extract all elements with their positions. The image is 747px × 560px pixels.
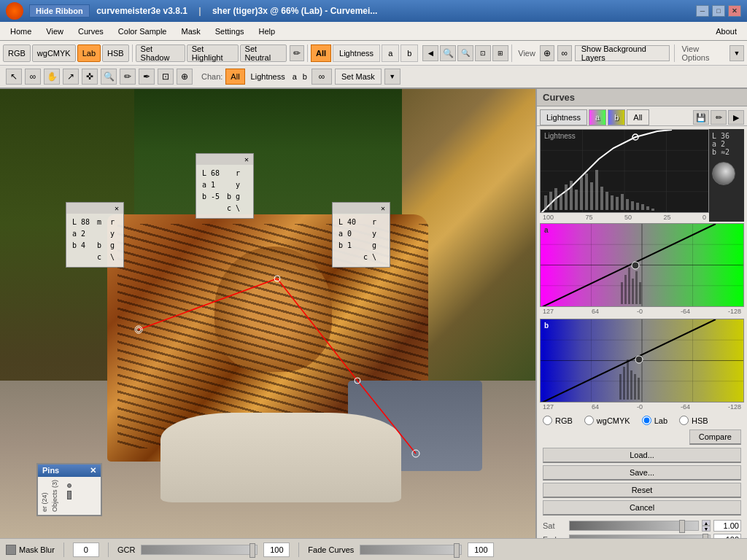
show-background-layers-btn[interactable]: Show Background Layers	[575, 45, 670, 61]
sat-up-arrow[interactable]: ▲	[702, 520, 711, 526]
channel-all-btn[interactable]: All	[311, 44, 331, 62]
radio-lab[interactable]: Lab	[642, 416, 667, 425]
svg-rect-34	[646, 206, 649, 210]
menu-color-sample[interactable]: Color Sample	[111, 25, 174, 38]
nav-left-icon[interactable]: ◄	[422, 45, 438, 61]
fade-value-input[interactable]	[713, 534, 741, 538]
tab-b[interactable]: b	[608, 109, 625, 125]
eyedropper-icon[interactable]: ✏	[290, 45, 304, 61]
svg-rect-29	[621, 194, 624, 210]
tab-lightness[interactable]: Lightness	[540, 109, 587, 125]
fade-curves-slider[interactable]	[360, 545, 462, 555]
tab-all[interactable]: All	[627, 109, 649, 125]
layers-icon[interactable]: ⊕	[540, 45, 554, 61]
toolbar-row1: RGB wgCMYK Lab HSB Set Shadow Set Highli…	[0, 41, 747, 66]
clone-icon[interactable]: ⊕	[177, 69, 193, 85]
tab-a[interactable]: a	[589, 109, 606, 125]
app-logo	[6, 2, 23, 20]
sat-slider-thumb[interactable]	[679, 520, 685, 533]
radio-rgb[interactable]: RGB	[543, 416, 573, 425]
curves-save-icon[interactable]: 💾	[693, 110, 709, 125]
gcr-slider[interactable]	[141, 545, 258, 555]
svg-rect-48	[628, 268, 630, 304]
sat-slider-track[interactable]	[569, 521, 699, 531]
view-options-icon[interactable]: ▼	[729, 45, 744, 61]
mask-icon[interactable]: ∞	[557, 45, 572, 61]
fade-curves-value-input[interactable]	[468, 542, 494, 557]
radio-wgcmyk[interactable]: wgCMYK	[584, 416, 630, 425]
set-shadow-btn[interactable]: Set Shadow	[136, 44, 185, 62]
color-mode-wgcmyk[interactable]: wgCMYK	[32, 44, 76, 62]
set-highlight-btn[interactable]: Set Highlight	[187, 44, 239, 62]
b-curve-display[interactable]: b	[540, 319, 744, 402]
color-mode-lab[interactable]: Lab	[77, 44, 101, 62]
pointer-icon[interactable]: ↖	[6, 69, 22, 85]
info-panel-1[interactable]: ✕ L88mr a2y b4bg c\	[66, 202, 124, 268]
link-icon[interactable]: ∞	[311, 69, 332, 85]
image-area[interactable]: ✕ L88mr a2y b4bg c\ ✕ L68r a1y b-5bg	[0, 89, 535, 538]
status-sep3	[298, 542, 299, 557]
pan-icon[interactable]: ✜	[82, 69, 98, 85]
zoom-fit-icon[interactable]: ⊡	[475, 45, 491, 61]
channel-b-btn[interactable]: b	[400, 44, 418, 62]
reset-button[interactable]: Reset	[543, 483, 741, 498]
menu-curves[interactable]: Curves	[71, 25, 111, 38]
set-neutral-btn[interactable]: Set Neutral	[240, 44, 287, 62]
panel2-close[interactable]: ✕	[244, 155, 249, 163]
panel2-titlebar: ✕	[196, 154, 253, 165]
info-panel-3[interactable]: ✕ L40r a0y b1g c\	[332, 202, 390, 268]
magnify-icon[interactable]: 🔍	[101, 69, 117, 85]
restore-button[interactable]: □	[712, 5, 725, 17]
curves-settings-icon[interactable]: ▶	[728, 110, 744, 125]
a-curve-display[interactable]: a	[540, 223, 744, 307]
save-button[interactable]: Save...	[543, 465, 741, 481]
hand-icon[interactable]: ✋	[44, 69, 60, 85]
fade-slider-thumb[interactable]	[703, 534, 708, 538]
menu-home[interactable]: Home	[3, 25, 39, 38]
pins-close[interactable]: ✕	[90, 466, 96, 475]
color-mode-hsb[interactable]: HSB	[102, 44, 129, 62]
cancel-button[interactable]: Cancel	[543, 500, 741, 516]
menu-help[interactable]: Help	[252, 25, 283, 38]
minimize-button[interactable]: ─	[696, 5, 709, 17]
chan-all-tool-btn[interactable]: All	[225, 69, 244, 85]
color-mode-rgb[interactable]: RGB	[3, 44, 31, 62]
pen-icon[interactable]: ✒	[139, 69, 155, 85]
info-panel-2[interactable]: ✕ L68r a1y b-5bg c\	[196, 153, 254, 219]
infinity-icon[interactable]: ∞	[25, 69, 41, 85]
gcr-value-input[interactable]	[263, 542, 290, 557]
channel-lightness-btn[interactable]: Lightness	[333, 44, 380, 62]
mask-down-icon[interactable]: ▼	[384, 69, 400, 85]
set-mask-btn[interactable]: Set Mask	[335, 69, 382, 85]
svg-rect-21	[580, 177, 583, 210]
radio-hsb[interactable]: HSB	[679, 416, 708, 425]
hide-ribbon-btn[interactable]: Hide Ribbon	[29, 4, 90, 18]
load-button[interactable]: Load...	[543, 448, 741, 463]
zero-input[interactable]	[73, 542, 99, 557]
pins-panel[interactable]: Pins ✕ er (24) Objects (3)	[36, 463, 102, 516]
sat-down-arrow[interactable]: ▼	[702, 526, 711, 532]
close-button[interactable]: ✕	[728, 5, 741, 17]
menu-settings[interactable]: Settings	[208, 25, 252, 38]
stamp-icon[interactable]: ⊡	[158, 69, 174, 85]
menu-view[interactable]: View	[39, 25, 71, 38]
panel3-close[interactable]: ✕	[381, 204, 385, 212]
zoom-in-icon[interactable]: 🔍	[440, 45, 456, 61]
menu-about[interactable]: About	[708, 25, 744, 38]
view-label: View	[518, 49, 535, 58]
fade-slider-row: Fade	[543, 534, 741, 538]
fade-curves-thumb[interactable]	[454, 543, 460, 558]
brush-icon[interactable]: ✏	[120, 69, 136, 85]
fade-slider-track[interactable]	[569, 534, 711, 538]
zoom-reset-icon[interactable]: ⊞	[492, 45, 508, 61]
panel1-close[interactable]: ✕	[115, 204, 119, 212]
gcr-thumb[interactable]	[249, 543, 255, 558]
sat-value-input[interactable]	[713, 520, 741, 532]
lightness-curve-display[interactable]: Lightness	[540, 129, 709, 213]
channel-a-btn[interactable]: a	[382, 44, 399, 62]
arrow-icon[interactable]: ↗	[63, 69, 79, 85]
zoom-out-icon[interactable]: 🔍	[457, 45, 473, 61]
compare-button[interactable]: Compare	[689, 429, 741, 445]
curves-edit-icon[interactable]: ✏	[711, 110, 727, 125]
menu-mask[interactable]: Mask	[174, 25, 207, 38]
